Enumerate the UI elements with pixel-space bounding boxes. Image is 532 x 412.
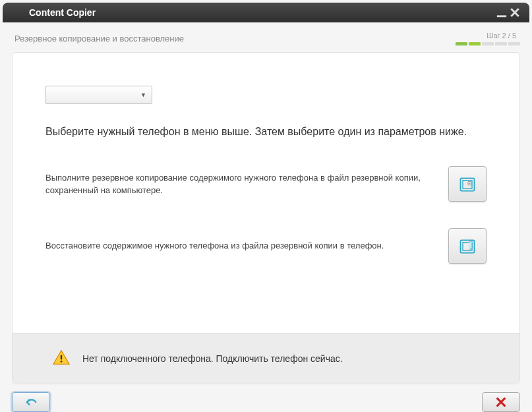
svg-point-4 (469, 183, 470, 184)
warning-triangle-icon (52, 349, 71, 368)
spacer (13, 290, 519, 333)
step-seg-4 (495, 42, 507, 45)
step-seg-3 (482, 42, 494, 45)
minimize-icon (495, 6, 508, 19)
page-subtitle: Резервное копирование и восстановление (15, 34, 184, 44)
main-panel: ▼ Выберите нужный телефон в меню выше. З… (12, 52, 520, 384)
chevron-down-icon: ▼ (140, 92, 146, 98)
dropdown-row: ▼ (13, 86, 519, 124)
svg-rect-7 (61, 355, 62, 360)
backup-row: Выполните резервное копирование содержим… (13, 166, 519, 228)
footer (0, 384, 532, 412)
cancel-button[interactable] (482, 392, 520, 412)
restore-description: Восстановите содержимое нужного телефона… (45, 239, 435, 252)
svg-rect-0 (497, 15, 506, 17)
safe-open-icon (458, 237, 477, 255)
cancel-x-icon (494, 396, 508, 408)
window: Content Copier Резервное копирование и в… (0, 0, 532, 412)
subheader: Резервное копирование и восстановление Ш… (0, 22, 532, 52)
phone-select-dropdown[interactable]: ▼ (45, 86, 152, 104)
back-arrow-icon (24, 396, 38, 408)
restore-row: Восстановите содержимое нужного телефона… (13, 228, 519, 290)
step-indicator: Шаг 2 / 5 (456, 32, 520, 45)
close-icon (508, 6, 521, 19)
window-title: Content Copier (29, 7, 495, 18)
safe-lock-icon (458, 175, 477, 193)
instruction-text: Выберите нужный телефон в меню выше. Зат… (13, 124, 519, 166)
minimize-button[interactable] (495, 6, 508, 19)
back-button[interactable] (12, 392, 50, 412)
backup-button[interactable] (448, 166, 487, 202)
svg-point-8 (61, 361, 63, 363)
step-seg-1 (456, 42, 467, 45)
step-seg-5 (508, 42, 520, 45)
status-message: Нет подключенного телефона. Подключить т… (82, 353, 343, 364)
step-label: Шаг 2 / 5 (487, 32, 516, 40)
close-button[interactable] (508, 6, 521, 19)
backup-description: Выполните резервное копирование содержим… (45, 171, 435, 197)
step-seg-2 (469, 42, 481, 45)
status-bar: Нет подключенного телефона. Подключить т… (13, 333, 519, 384)
step-segments (456, 42, 520, 45)
titlebar: Content Copier (3, 3, 529, 22)
restore-button[interactable] (448, 228, 487, 264)
